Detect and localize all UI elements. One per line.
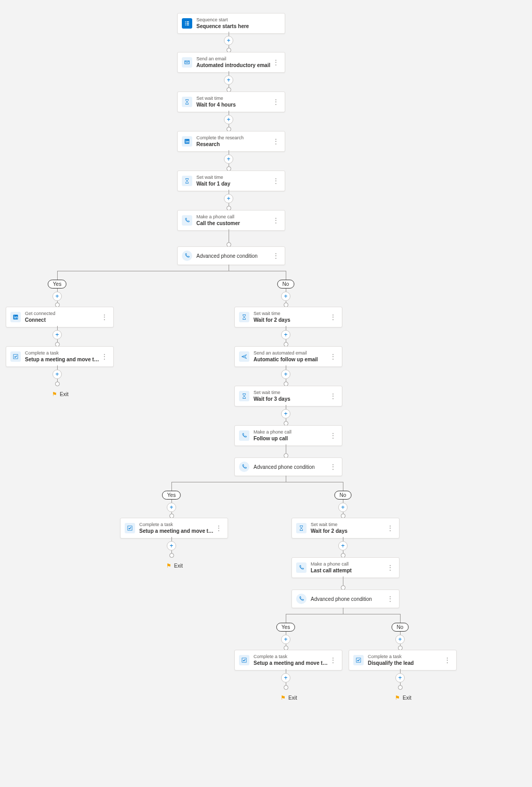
more-icon[interactable]: ⋮ <box>271 139 281 144</box>
phone-icon <box>296 562 307 573</box>
node-research[interactable]: Complete the researchResearch⋮ <box>177 131 285 152</box>
more-icon[interactable]: ⋮ <box>385 596 395 601</box>
add-step[interactable]: + <box>52 292 62 301</box>
add-step[interactable]: + <box>167 503 176 512</box>
connector <box>57 271 286 271</box>
more-icon[interactable]: ⋮ <box>100 354 109 359</box>
wait-icon <box>239 312 249 322</box>
node-task[interactable]: Complete a taskSetup a meeting and move … <box>6 346 114 367</box>
flag-icon: ⚑ <box>166 562 171 569</box>
more-icon[interactable]: ⋮ <box>328 464 338 469</box>
node-email[interactable]: Send an emailAutomated introductory emai… <box>177 52 285 73</box>
add-step[interactable]: + <box>395 635 405 644</box>
connector <box>286 614 286 623</box>
node-condition[interactable]: Advanced phone condition⋮ <box>291 589 400 608</box>
node-wait[interactable]: Set wait timeWait for 2 days⋮ <box>291 518 400 539</box>
more-icon[interactable]: ⋮ <box>271 99 281 104</box>
start-icon <box>182 18 192 29</box>
add-step[interactable]: + <box>167 541 176 550</box>
node-title: Sequence starts here <box>196 23 281 30</box>
branch-yes: Yes <box>48 280 66 288</box>
more-icon[interactable]: ⋮ <box>385 526 395 531</box>
phone-condition-icon <box>239 462 249 472</box>
node-wait[interactable]: Set wait timeWait for 4 hours⋮ <box>177 91 285 112</box>
connector-dot <box>169 553 174 558</box>
linkedin-icon <box>10 312 21 322</box>
more-icon[interactable]: ⋮ <box>271 218 281 223</box>
more-icon[interactable]: ⋮ <box>328 433 338 438</box>
node-connect[interactable]: Get connectedConnect⋮ <box>6 307 114 327</box>
node-wait[interactable]: Set wait timeWait for 2 days⋮ <box>234 307 342 327</box>
phone-condition-icon <box>182 251 192 261</box>
connector <box>229 265 229 271</box>
connector <box>286 271 286 280</box>
node-call[interactable]: Make a phone callCall the customer⋮ <box>177 210 285 231</box>
node-task[interactable]: Complete a taskDisqualify the lead⋮ <box>349 650 457 671</box>
connector-dot <box>398 685 403 690</box>
more-icon[interactable]: ⋮ <box>328 314 338 320</box>
node-auto-email[interactable]: Send an automated emailAutomatic follow … <box>234 346 342 367</box>
connector <box>286 614 401 614</box>
branch-no: No <box>392 623 409 632</box>
add-step[interactable]: + <box>281 292 290 301</box>
add-step[interactable]: + <box>224 75 233 85</box>
add-step[interactable]: + <box>338 503 348 512</box>
exit-marker: ⚑Exit <box>52 391 69 398</box>
connector <box>171 482 343 482</box>
node-condition[interactable]: Advanced phone condition⋮ <box>177 246 285 265</box>
add-step[interactable]: + <box>395 673 405 683</box>
add-step[interactable]: + <box>224 115 233 124</box>
add-step[interactable]: + <box>224 154 233 164</box>
more-icon[interactable]: ⋮ <box>443 658 452 663</box>
more-icon[interactable]: ⋮ <box>328 394 338 399</box>
flag-icon: ⚑ <box>281 694 286 701</box>
node-wait[interactable]: Set wait timeWait for 1 day⋮ <box>177 170 285 191</box>
node-condition[interactable]: Advanced phone condition⋮ <box>234 457 342 476</box>
node-call[interactable]: Make a phone callFollow up call⋮ <box>234 425 342 446</box>
add-step[interactable]: + <box>224 194 233 203</box>
add-step[interactable]: + <box>281 409 290 418</box>
wait-icon <box>182 176 192 186</box>
connector <box>400 614 401 623</box>
more-icon[interactable]: ⋮ <box>100 314 109 320</box>
connector <box>343 482 343 491</box>
connector <box>343 608 343 614</box>
node-wait[interactable]: Set wait timeWait for 3 days⋮ <box>234 386 342 406</box>
add-step[interactable]: + <box>224 36 233 45</box>
more-icon[interactable]: ⋮ <box>214 526 223 531</box>
node-task[interactable]: Complete a taskSetup a meeting and move … <box>120 518 228 539</box>
wait-icon <box>182 97 192 107</box>
task-icon <box>239 655 249 665</box>
add-step[interactable]: + <box>281 673 290 683</box>
node-call[interactable]: Make a phone callLast call attempt⋮ <box>291 557 400 578</box>
more-icon[interactable]: ⋮ <box>385 565 395 570</box>
phone-condition-icon <box>296 594 307 604</box>
more-icon[interactable]: ⋮ <box>328 658 338 663</box>
add-step[interactable]: + <box>281 370 290 379</box>
node-type: Sequence start <box>196 17 281 23</box>
more-icon[interactable]: ⋮ <box>328 354 338 359</box>
node-task[interactable]: Complete a taskSetup a meeting and move … <box>234 650 342 671</box>
connector <box>286 476 286 482</box>
branch-no: No <box>277 280 295 288</box>
add-step[interactable]: + <box>52 370 62 379</box>
branch-no: No <box>335 491 352 500</box>
connector <box>171 482 172 491</box>
more-icon[interactable]: ⋮ <box>271 178 281 183</box>
connector <box>57 271 58 280</box>
add-step[interactable]: + <box>281 330 290 339</box>
more-icon[interactable]: ⋮ <box>271 253 281 258</box>
add-step[interactable]: + <box>281 635 290 644</box>
phone-icon <box>182 215 192 226</box>
flag-icon: ⚑ <box>52 391 57 398</box>
exit-marker: ⚑Exit <box>281 694 297 701</box>
more-icon[interactable]: ⋮ <box>271 60 281 65</box>
node-start[interactable]: Sequence startSequence starts here <box>177 13 285 34</box>
task-icon <box>353 655 364 665</box>
add-step[interactable]: + <box>52 330 62 339</box>
wait-icon <box>296 523 307 533</box>
flag-icon: ⚑ <box>395 694 400 701</box>
task-icon <box>10 351 21 362</box>
add-step[interactable]: + <box>338 541 348 550</box>
send-icon <box>239 351 249 362</box>
